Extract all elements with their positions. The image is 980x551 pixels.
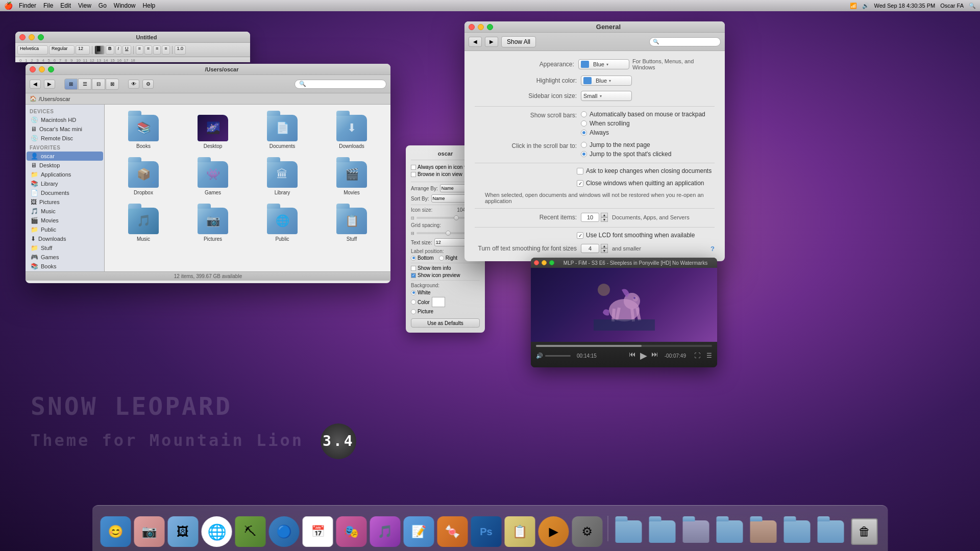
video-close-btn[interactable]	[534, 260, 539, 265]
scroll-auto-radio[interactable]: Automatically based on mouse or trackpad	[581, 111, 705, 118]
dock-folder4[interactable]	[715, 516, 745, 547]
dock-finder[interactable]: 😊	[101, 516, 131, 547]
close-windows-box[interactable]: ✓	[577, 180, 583, 187]
prefs-forward-btn[interactable]: ▶	[485, 37, 498, 47]
color-bg-radio-btn[interactable]	[411, 299, 416, 305]
show-item-info-checkbox[interactable]: Show item info	[411, 265, 480, 271]
dock-minecraft[interactable]: ⛏	[235, 516, 266, 547]
sidebar-icon-select[interactable]: Small ▾	[581, 91, 632, 101]
search-menubar-icon[interactable]: 🔍	[969, 3, 976, 9]
show-icon-preview-checkbox[interactable]: ✓ Show icon preview	[411, 272, 480, 278]
bottom-radio-btn[interactable]	[411, 256, 416, 261]
quick-look-btn[interactable]: 👁	[128, 80, 139, 89]
sidebar-item-music[interactable]: 🎵 Music	[27, 207, 103, 216]
close-windows-checkbox[interactable]: ✓ Close windows when quitting an applica…	[577, 180, 704, 187]
sidebar-item-applications[interactable]: 📁 Applications	[27, 170, 103, 179]
show-all-btn[interactable]: Show All	[501, 36, 536, 47]
prev-btn[interactable]: ⏮	[629, 350, 636, 361]
dock-taffy[interactable]: 🍬	[437, 516, 468, 547]
right-radio[interactable]: Right	[439, 255, 457, 261]
click-spot-btn[interactable]	[581, 151, 587, 157]
click-spot-radio[interactable]: Jump to the spot that's clicked	[581, 151, 671, 158]
sidebar-item-macintosh-hd[interactable]: 💿 Macintosh HD	[27, 115, 103, 124]
sidebar-item-oscar[interactable]: 👤 oscar	[27, 152, 103, 161]
dock-chrome[interactable]: 🌐	[202, 516, 232, 547]
sidebar-item-public[interactable]: 📁 Public	[27, 225, 103, 234]
dock-calendar[interactable]: 📅	[303, 516, 333, 547]
color-swatch[interactable]	[432, 297, 445, 307]
sidebar-item-games[interactable]: 🎮 Games	[27, 253, 103, 262]
menu-edit[interactable]: Edit	[60, 2, 71, 9]
lcd-smoothing-box[interactable]: ✓	[577, 232, 583, 239]
forward-btn[interactable]: ▶	[44, 80, 55, 89]
turn-off-stepper[interactable]: 4 ▲ ▼	[581, 244, 608, 253]
recent-items-up[interactable]: ▲	[601, 213, 608, 217]
lcd-smoothing-checkbox[interactable]: ✓ Use LCD font smoothing when available	[577, 232, 695, 239]
file-item-documents[interactable]: 📄 Documents	[250, 111, 315, 153]
sidebar-item-documents[interactable]: 📄 Documents	[27, 188, 103, 197]
font-select[interactable]: Helvetica	[17, 45, 48, 55]
appearance-select[interactable]: Blue ▾	[578, 59, 629, 69]
dock-app1[interactable]: 🎭	[336, 516, 367, 547]
sidebar-item-movies[interactable]: 🎬 Movies	[27, 216, 103, 225]
align-left[interactable]: ≡	[136, 45, 143, 55]
ask-keep-checkbox[interactable]: Ask to keep changes when closing documen…	[577, 167, 712, 174]
prefs-back-btn[interactable]: ◀	[469, 37, 482, 47]
show-icon-preview-box[interactable]: ✓	[411, 273, 416, 278]
scroll-when-radio[interactable]: When scrolling	[581, 120, 705, 127]
textedit-max-btn[interactable]	[38, 34, 44, 40]
recent-items-stepper[interactable]: 10 ▲ ▼	[581, 213, 608, 222]
file-item-public[interactable]: 🌐 Public	[250, 204, 315, 246]
dock-vlc[interactable]: ▶	[538, 516, 569, 547]
color-bg-radio[interactable]: Color	[411, 299, 430, 305]
back-btn[interactable]: ◀	[30, 80, 41, 89]
click-next-radio[interactable]: Jump to the next page	[581, 141, 671, 148]
volume-icon[interactable]: 🔊	[862, 3, 869, 9]
general-min-btn[interactable]	[478, 24, 484, 30]
sidebar-item-stuff[interactable]: 📁 Stuff	[27, 243, 103, 253]
underline-btn[interactable]: U	[122, 45, 131, 55]
general-max-btn[interactable]	[487, 24, 493, 30]
dock-notefile2[interactable]: 📋	[505, 516, 535, 547]
dock-folder1[interactable]	[614, 516, 644, 547]
click-next-btn[interactable]	[581, 142, 587, 148]
recent-items-down[interactable]: ▼	[601, 217, 608, 222]
browse-icon-box[interactable]	[411, 172, 416, 177]
bottom-radio[interactable]: Bottom	[411, 255, 434, 261]
color-btn[interactable]: ▓	[94, 45, 105, 55]
menu-finder[interactable]: Finder	[19, 2, 36, 9]
finder-search[interactable]: 🔍	[295, 80, 386, 89]
sidebar-item-downloads[interactable]: ⬇ Downloads	[27, 234, 103, 243]
show-item-info-box[interactable]	[411, 266, 416, 271]
file-item-downloads[interactable]: ⬇ Downloads	[319, 111, 384, 153]
menu-window[interactable]: Window	[114, 2, 136, 9]
spacing-btn[interactable]: 1.0	[175, 45, 186, 55]
turn-off-down[interactable]: ▼	[601, 248, 608, 253]
scroll-always-radio[interactable]: Always	[581, 129, 705, 136]
picture-bg-radio[interactable]: Picture	[411, 309, 480, 314]
menu-go[interactable]: Go	[99, 2, 107, 9]
dock-folder7[interactable]	[816, 516, 846, 547]
right-radio-btn[interactable]	[439, 256, 444, 261]
dock-folder6[interactable]	[782, 516, 813, 547]
video-min-btn[interactable]	[542, 260, 547, 265]
coverflow-btn[interactable]: ⊠	[106, 79, 119, 90]
dock-folder3[interactable]	[681, 516, 712, 547]
action-btn[interactable]: ⚙	[142, 80, 154, 89]
sidebar-item-remote-disc[interactable]: 💿 Remote Disc	[27, 134, 103, 143]
help-btn[interactable]: ?	[710, 245, 715, 253]
dock-folder5[interactable]	[748, 516, 779, 547]
icon-view-btn[interactable]: ⊞	[64, 79, 78, 90]
file-item-desktop[interactable]: 🌌 Desktop	[180, 111, 246, 153]
finder-close-btn[interactable]	[30, 66, 36, 72]
dock-folder2[interactable]	[647, 516, 678, 547]
video-max-btn[interactable]	[549, 260, 554, 265]
scroll-when-btn[interactable]	[581, 120, 587, 127]
playlist-btn[interactable]: ☰	[706, 352, 712, 359]
finder-min-btn[interactable]	[39, 66, 45, 72]
white-bg-radio[interactable]: White	[411, 290, 480, 295]
size-select[interactable]: 12	[76, 45, 90, 55]
textedit-min-btn[interactable]	[29, 34, 35, 40]
prefs-search[interactable]: 🔍	[649, 37, 721, 46]
dock-itunes[interactable]: 🎵	[370, 516, 401, 547]
